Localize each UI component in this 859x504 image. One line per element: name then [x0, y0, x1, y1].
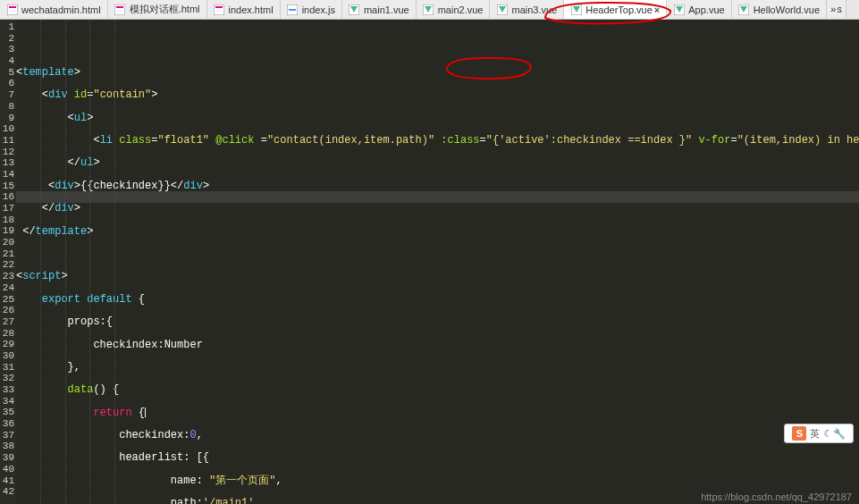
tab-index-js[interactable]: index.js	[281, 0, 342, 19]
tab-label: HeaderTop.vue	[585, 4, 653, 15]
html-file-icon	[214, 4, 225, 15]
close-tab-icon[interactable]: ×	[654, 4, 660, 15]
vue-file-icon	[496, 4, 508, 15]
tab-helloworld[interactable]: HelloWorld.vue	[732, 0, 827, 19]
tab-label: main2.vue	[438, 4, 484, 15]
tab-label: index.js	[302, 4, 335, 15]
ime-lang: 英	[810, 427, 820, 441]
tab-label: wechatadmin.html	[21, 4, 101, 15]
tab-headertop[interactable]: HeaderTop.vue ×	[564, 0, 667, 19]
tab-label: App.vue	[688, 4, 724, 15]
tab-bar: wechatadmin.html 模拟对话框.html index.html i…	[0, 0, 859, 20]
svg-rect-7	[289, 9, 296, 11]
vue-file-icon	[349, 4, 360, 15]
svg-rect-0	[7, 4, 18, 15]
tab-label: main1.vue	[364, 4, 409, 15]
code-area[interactable]: <template> <div id="contain"> <ul> <li c…	[16, 20, 859, 504]
vue-file-icon	[738, 4, 750, 15]
ime-indicator[interactable]: S 英 ☾ 🔧	[784, 424, 854, 443]
tab-label: 模拟对话框.html	[130, 3, 200, 16]
code-editor[interactable]: 1 2 3 4 5 6 7 8 9 10 11 12 13 14 15 16 1…	[0, 20, 859, 504]
vue-file-icon	[570, 4, 582, 15]
caret	[145, 407, 146, 417]
svg-rect-2	[114, 4, 125, 15]
tabs-overflow[interactable]: »s	[827, 0, 846, 19]
tab-index-html[interactable]: index.html	[207, 0, 281, 19]
svg-rect-5	[215, 6, 223, 8]
svg-rect-1	[9, 6, 16, 8]
svg-rect-4	[214, 4, 224, 15]
moon-icon: ☾	[823, 428, 830, 440]
line-number-gutter: 1 2 3 4 5 6 7 8 9 10 11 12 13 14 15 16 1…	[0, 20, 16, 504]
tab-main1[interactable]: main1.vue	[342, 0, 417, 19]
tab-main3[interactable]: main3.vue	[490, 0, 564, 19]
vue-file-icon	[673, 4, 685, 15]
tab-app[interactable]: App.vue	[667, 0, 731, 19]
tab-label: index.html	[229, 4, 274, 15]
html-file-icon	[6, 4, 18, 15]
watermark: https://blog.csdn.net/qq_42972187	[701, 491, 852, 502]
svg-rect-3	[116, 6, 123, 8]
tab-dialog[interactable]: 模拟对话框.html	[108, 0, 207, 19]
tab-label: HelloWorld.vue	[754, 4, 820, 15]
tab-main2[interactable]: main2.vue	[417, 0, 491, 19]
html-file-icon	[114, 4, 126, 15]
vue-file-icon	[423, 4, 434, 15]
wrench-icon: 🔧	[833, 428, 846, 440]
sogou-logo-icon: S	[792, 426, 806, 441]
tab-label: main3.vue	[511, 4, 557, 15]
tab-wechatadmin[interactable]: wechatadmin.html	[0, 0, 108, 19]
tabs-overflow-label: »s	[830, 4, 842, 15]
js-file-icon	[287, 4, 299, 15]
